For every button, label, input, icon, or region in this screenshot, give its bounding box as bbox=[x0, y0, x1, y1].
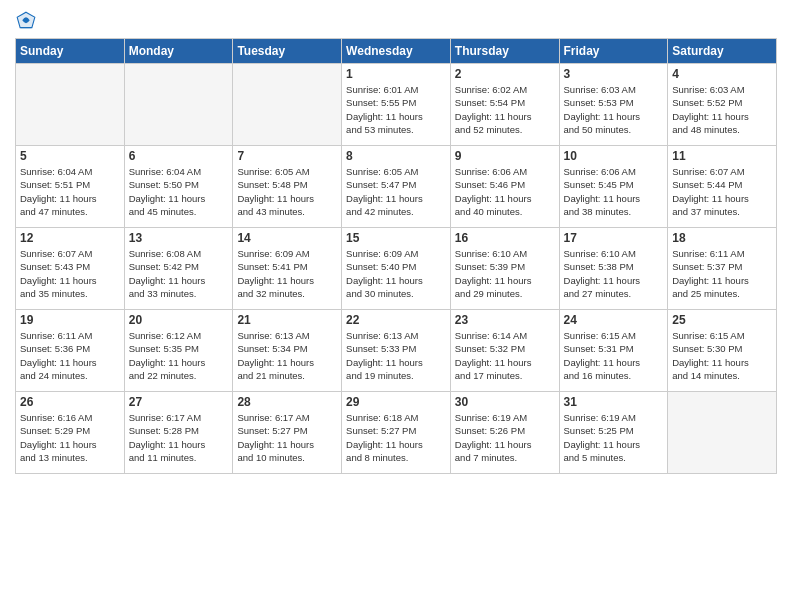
day-number: 27 bbox=[129, 395, 229, 409]
day-info: Sunrise: 6:06 AM Sunset: 5:46 PM Dayligh… bbox=[455, 165, 555, 218]
day-number: 7 bbox=[237, 149, 337, 163]
day-cell-22: 22Sunrise: 6:13 AM Sunset: 5:33 PM Dayli… bbox=[342, 310, 451, 392]
day-info: Sunrise: 6:02 AM Sunset: 5:54 PM Dayligh… bbox=[455, 83, 555, 136]
day-info: Sunrise: 6:10 AM Sunset: 5:38 PM Dayligh… bbox=[564, 247, 664, 300]
day-cell-12: 12Sunrise: 6:07 AM Sunset: 5:43 PM Dayli… bbox=[16, 228, 125, 310]
day-number: 2 bbox=[455, 67, 555, 81]
weekday-header-sunday: Sunday bbox=[16, 39, 125, 64]
day-info: Sunrise: 6:07 AM Sunset: 5:43 PM Dayligh… bbox=[20, 247, 120, 300]
day-cell-13: 13Sunrise: 6:08 AM Sunset: 5:42 PM Dayli… bbox=[124, 228, 233, 310]
day-number: 25 bbox=[672, 313, 772, 327]
day-cell-21: 21Sunrise: 6:13 AM Sunset: 5:34 PM Dayli… bbox=[233, 310, 342, 392]
day-number: 9 bbox=[455, 149, 555, 163]
day-info: Sunrise: 6:04 AM Sunset: 5:51 PM Dayligh… bbox=[20, 165, 120, 218]
day-cell-4: 4Sunrise: 6:03 AM Sunset: 5:52 PM Daylig… bbox=[668, 64, 777, 146]
weekday-header-saturday: Saturday bbox=[668, 39, 777, 64]
empty-cell bbox=[233, 64, 342, 146]
weekday-header-friday: Friday bbox=[559, 39, 668, 64]
day-number: 3 bbox=[564, 67, 664, 81]
day-cell-18: 18Sunrise: 6:11 AM Sunset: 5:37 PM Dayli… bbox=[668, 228, 777, 310]
day-number: 15 bbox=[346, 231, 446, 245]
day-number: 30 bbox=[455, 395, 555, 409]
day-number: 10 bbox=[564, 149, 664, 163]
day-number: 22 bbox=[346, 313, 446, 327]
logo-icon bbox=[15, 10, 37, 32]
day-number: 18 bbox=[672, 231, 772, 245]
day-info: Sunrise: 6:15 AM Sunset: 5:30 PM Dayligh… bbox=[672, 329, 772, 382]
day-info: Sunrise: 6:16 AM Sunset: 5:29 PM Dayligh… bbox=[20, 411, 120, 464]
day-info: Sunrise: 6:17 AM Sunset: 5:27 PM Dayligh… bbox=[237, 411, 337, 464]
day-info: Sunrise: 6:09 AM Sunset: 5:41 PM Dayligh… bbox=[237, 247, 337, 300]
day-cell-9: 9Sunrise: 6:06 AM Sunset: 5:46 PM Daylig… bbox=[450, 146, 559, 228]
day-cell-29: 29Sunrise: 6:18 AM Sunset: 5:27 PM Dayli… bbox=[342, 392, 451, 474]
day-info: Sunrise: 6:15 AM Sunset: 5:31 PM Dayligh… bbox=[564, 329, 664, 382]
day-info: Sunrise: 6:03 AM Sunset: 5:52 PM Dayligh… bbox=[672, 83, 772, 136]
day-cell-8: 8Sunrise: 6:05 AM Sunset: 5:47 PM Daylig… bbox=[342, 146, 451, 228]
weekday-header-monday: Monday bbox=[124, 39, 233, 64]
day-number: 19 bbox=[20, 313, 120, 327]
day-number: 21 bbox=[237, 313, 337, 327]
day-cell-28: 28Sunrise: 6:17 AM Sunset: 5:27 PM Dayli… bbox=[233, 392, 342, 474]
day-info: Sunrise: 6:01 AM Sunset: 5:55 PM Dayligh… bbox=[346, 83, 446, 136]
day-number: 1 bbox=[346, 67, 446, 81]
day-number: 29 bbox=[346, 395, 446, 409]
day-number: 6 bbox=[129, 149, 229, 163]
day-info: Sunrise: 6:18 AM Sunset: 5:27 PM Dayligh… bbox=[346, 411, 446, 464]
day-cell-30: 30Sunrise: 6:19 AM Sunset: 5:26 PM Dayli… bbox=[450, 392, 559, 474]
day-number: 24 bbox=[564, 313, 664, 327]
weekday-header-wednesday: Wednesday bbox=[342, 39, 451, 64]
day-number: 20 bbox=[129, 313, 229, 327]
day-cell-5: 5Sunrise: 6:04 AM Sunset: 5:51 PM Daylig… bbox=[16, 146, 125, 228]
day-cell-10: 10Sunrise: 6:06 AM Sunset: 5:45 PM Dayli… bbox=[559, 146, 668, 228]
day-cell-6: 6Sunrise: 6:04 AM Sunset: 5:50 PM Daylig… bbox=[124, 146, 233, 228]
empty-cell bbox=[16, 64, 125, 146]
week-row-5: 26Sunrise: 6:16 AM Sunset: 5:29 PM Dayli… bbox=[16, 392, 777, 474]
day-number: 28 bbox=[237, 395, 337, 409]
day-cell-2: 2Sunrise: 6:02 AM Sunset: 5:54 PM Daylig… bbox=[450, 64, 559, 146]
day-cell-23: 23Sunrise: 6:14 AM Sunset: 5:32 PM Dayli… bbox=[450, 310, 559, 392]
day-info: Sunrise: 6:12 AM Sunset: 5:35 PM Dayligh… bbox=[129, 329, 229, 382]
day-number: 13 bbox=[129, 231, 229, 245]
empty-cell bbox=[124, 64, 233, 146]
day-cell-15: 15Sunrise: 6:09 AM Sunset: 5:40 PM Dayli… bbox=[342, 228, 451, 310]
day-number: 31 bbox=[564, 395, 664, 409]
day-info: Sunrise: 6:11 AM Sunset: 5:36 PM Dayligh… bbox=[20, 329, 120, 382]
day-info: Sunrise: 6:06 AM Sunset: 5:45 PM Dayligh… bbox=[564, 165, 664, 218]
day-cell-25: 25Sunrise: 6:15 AM Sunset: 5:30 PM Dayli… bbox=[668, 310, 777, 392]
logo bbox=[15, 10, 41, 32]
day-number: 11 bbox=[672, 149, 772, 163]
day-cell-19: 19Sunrise: 6:11 AM Sunset: 5:36 PM Dayli… bbox=[16, 310, 125, 392]
day-cell-11: 11Sunrise: 6:07 AM Sunset: 5:44 PM Dayli… bbox=[668, 146, 777, 228]
day-cell-14: 14Sunrise: 6:09 AM Sunset: 5:41 PM Dayli… bbox=[233, 228, 342, 310]
header bbox=[15, 10, 777, 32]
day-number: 12 bbox=[20, 231, 120, 245]
day-number: 26 bbox=[20, 395, 120, 409]
weekday-header-tuesday: Tuesday bbox=[233, 39, 342, 64]
day-number: 4 bbox=[672, 67, 772, 81]
day-cell-26: 26Sunrise: 6:16 AM Sunset: 5:29 PM Dayli… bbox=[16, 392, 125, 474]
page: SundayMondayTuesdayWednesdayThursdayFrid… bbox=[0, 0, 792, 612]
calendar-table: SundayMondayTuesdayWednesdayThursdayFrid… bbox=[15, 38, 777, 474]
day-info: Sunrise: 6:07 AM Sunset: 5:44 PM Dayligh… bbox=[672, 165, 772, 218]
day-cell-20: 20Sunrise: 6:12 AM Sunset: 5:35 PM Dayli… bbox=[124, 310, 233, 392]
day-number: 14 bbox=[237, 231, 337, 245]
weekday-header-thursday: Thursday bbox=[450, 39, 559, 64]
day-info: Sunrise: 6:05 AM Sunset: 5:48 PM Dayligh… bbox=[237, 165, 337, 218]
day-cell-17: 17Sunrise: 6:10 AM Sunset: 5:38 PM Dayli… bbox=[559, 228, 668, 310]
day-info: Sunrise: 6:14 AM Sunset: 5:32 PM Dayligh… bbox=[455, 329, 555, 382]
day-info: Sunrise: 6:08 AM Sunset: 5:42 PM Dayligh… bbox=[129, 247, 229, 300]
day-info: Sunrise: 6:09 AM Sunset: 5:40 PM Dayligh… bbox=[346, 247, 446, 300]
day-info: Sunrise: 6:19 AM Sunset: 5:26 PM Dayligh… bbox=[455, 411, 555, 464]
day-cell-31: 31Sunrise: 6:19 AM Sunset: 5:25 PM Dayli… bbox=[559, 392, 668, 474]
day-info: Sunrise: 6:10 AM Sunset: 5:39 PM Dayligh… bbox=[455, 247, 555, 300]
empty-cell bbox=[668, 392, 777, 474]
weekday-header-row: SundayMondayTuesdayWednesdayThursdayFrid… bbox=[16, 39, 777, 64]
week-row-2: 5Sunrise: 6:04 AM Sunset: 5:51 PM Daylig… bbox=[16, 146, 777, 228]
day-cell-27: 27Sunrise: 6:17 AM Sunset: 5:28 PM Dayli… bbox=[124, 392, 233, 474]
day-cell-24: 24Sunrise: 6:15 AM Sunset: 5:31 PM Dayli… bbox=[559, 310, 668, 392]
day-info: Sunrise: 6:13 AM Sunset: 5:34 PM Dayligh… bbox=[237, 329, 337, 382]
day-number: 17 bbox=[564, 231, 664, 245]
week-row-3: 12Sunrise: 6:07 AM Sunset: 5:43 PM Dayli… bbox=[16, 228, 777, 310]
week-row-1: 1Sunrise: 6:01 AM Sunset: 5:55 PM Daylig… bbox=[16, 64, 777, 146]
day-info: Sunrise: 6:17 AM Sunset: 5:28 PM Dayligh… bbox=[129, 411, 229, 464]
